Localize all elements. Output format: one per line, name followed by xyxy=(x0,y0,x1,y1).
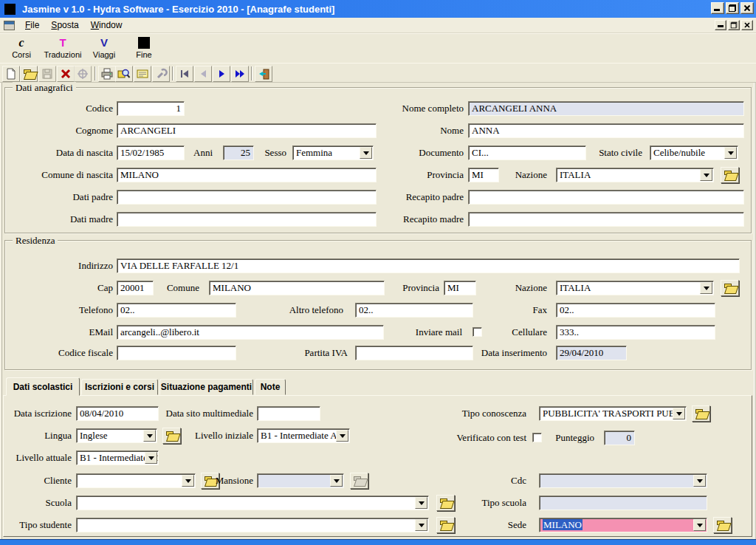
altro-telefono-label: Altro telefono xyxy=(233,304,343,316)
fine-button[interactable]: Fine xyxy=(124,35,164,62)
livello-attuale-select[interactable]: B1 - Intermediate A1 xyxy=(76,450,159,465)
data-sito-field[interactable] xyxy=(257,406,320,421)
fax-field[interactable]: 02.. xyxy=(556,303,715,318)
next-record-icon xyxy=(215,68,228,80)
chevron-down-icon[interactable] xyxy=(700,169,712,181)
open-button[interactable] xyxy=(20,66,38,82)
find-button[interactable] xyxy=(115,66,133,82)
last-record-icon xyxy=(233,68,247,80)
chevron-down-icon[interactable] xyxy=(336,430,348,442)
nome-field[interactable]: ANNA xyxy=(468,123,744,138)
codice-label: Codice xyxy=(2,103,113,114)
close-icon xyxy=(743,4,751,12)
dati-madre-field[interactable] xyxy=(117,212,377,227)
scuola-select[interactable] xyxy=(76,496,429,510)
verificato-label: Verificato con test xyxy=(416,432,526,444)
chevron-down-icon[interactable] xyxy=(145,452,157,464)
open-folder-icon xyxy=(716,521,729,529)
viaggi-button[interactable]: V Viaggi xyxy=(86,35,123,62)
previous-record-button[interactable] xyxy=(194,66,212,82)
mdi-minimize-button[interactable] xyxy=(715,20,726,30)
sede-select[interactable]: MILANO xyxy=(539,518,707,532)
chevron-down-icon[interactable] xyxy=(693,519,706,531)
codice-field[interactable]: 1 xyxy=(117,101,185,116)
livello-iniziale-select[interactable]: B1 - Intermediate A1 xyxy=(257,428,350,443)
telefono-field[interactable]: 02.. xyxy=(117,303,236,318)
indirizzo-label: Indirizzo xyxy=(2,260,113,272)
mdi-restore-button[interactable] xyxy=(728,20,740,30)
toolbar-separator xyxy=(94,66,96,80)
chevron-down-icon xyxy=(330,475,343,487)
last-record-button[interactable] xyxy=(231,66,249,82)
save-button[interactable] xyxy=(38,66,56,82)
nazione-nascita-lookup-button[interactable] xyxy=(721,167,739,183)
application-window: Jasmine v 1.0 - Hydra Software - Eserciz… xyxy=(0,0,756,545)
data-iscrizione-label: Data iscrizione xyxy=(4,408,72,419)
traduzioni-button[interactable]: T Traduzioni xyxy=(40,35,86,62)
menu-window[interactable]: Window xyxy=(85,18,128,32)
first-record-button[interactable] xyxy=(176,66,193,82)
recapito-padre-label: Recapito padre xyxy=(353,191,464,203)
note-button[interactable] xyxy=(134,66,151,82)
data-inserimento-label: Data inserimento xyxy=(436,347,547,359)
save-floppy-icon xyxy=(41,68,54,80)
restore-button[interactable] xyxy=(726,2,739,14)
tab-note[interactable]: Note xyxy=(255,379,286,395)
menu-bar: File Sposta Window xyxy=(0,18,756,33)
dati-padre-label: Dati padre xyxy=(2,191,113,203)
email-field[interactable]: arcangeli..@libero.it xyxy=(117,325,384,340)
tab-situazione-pagamenti[interactable]: Situazione pagamenti xyxy=(159,379,253,395)
tipo-conoscenza-select[interactable]: PUBBLICITA' TRASPORTI PUB xyxy=(539,406,687,421)
cognome-label: Cognome xyxy=(2,125,113,137)
corsi-button[interactable]: c Corsi xyxy=(3,35,40,62)
chevron-down-icon[interactable] xyxy=(700,282,712,294)
delete-x-icon xyxy=(59,68,72,80)
nazione-lookup-button[interactable] xyxy=(721,280,739,296)
nazione-select[interactable]: ITALIA xyxy=(556,281,714,295)
wrench-icon xyxy=(154,68,168,80)
traduzioni-icon: T xyxy=(40,35,86,49)
delete-button[interactable] xyxy=(57,66,75,82)
sede-lookup-button[interactable] xyxy=(713,517,732,533)
cognome-field[interactable]: ARCANGELI xyxy=(117,123,377,138)
minimize-button[interactable] xyxy=(711,2,724,14)
nome-completo-label: Nome completo xyxy=(353,103,464,114)
recapito-madre-field[interactable] xyxy=(468,212,744,227)
scuola-label: Scuola xyxy=(4,497,72,509)
app-icon[interactable] xyxy=(4,4,16,15)
tipo-studente-select[interactable] xyxy=(76,518,429,532)
chevron-down-icon[interactable] xyxy=(673,408,685,419)
punteggio-field: 0 xyxy=(604,431,635,445)
mdi-minimize-icon xyxy=(718,25,724,27)
tools-button[interactable] xyxy=(152,66,170,82)
exit-button[interactable] xyxy=(255,66,272,82)
restore-icon xyxy=(729,4,736,12)
tipo-studente-label: Tipo studente xyxy=(4,519,72,531)
cellulare-field[interactable]: 333.. xyxy=(556,325,715,340)
chevron-down-icon xyxy=(693,475,706,487)
tab-iscrizioni-e-corsi[interactable]: Iscrizioni e corsi xyxy=(81,379,158,395)
data-sito-label: Data sito multimediale xyxy=(142,408,253,419)
dati-padre-field[interactable] xyxy=(117,190,377,205)
tab-dati-scolastici[interactable]: Dati scolastici xyxy=(6,377,80,396)
nazione-nascita-select[interactable]: ITALIA xyxy=(556,168,714,182)
comune-label: Comune xyxy=(89,282,199,294)
chevron-down-icon[interactable] xyxy=(724,147,737,159)
mdi-child-icon[interactable] xyxy=(4,21,15,30)
menu-sposta[interactable]: Sposta xyxy=(45,18,84,32)
print-button[interactable] xyxy=(98,66,116,82)
comune-nascita-field[interactable]: MILANO xyxy=(117,168,377,182)
next-record-button[interactable] xyxy=(213,66,230,82)
new-record-button[interactable] xyxy=(2,66,20,82)
mansione-label: Mansione xyxy=(142,475,253,487)
stato-civile-select[interactable]: Celibe/nubile xyxy=(650,145,738,160)
indirizzo-field[interactable]: VIA DELLE FARFALLE 12/1 xyxy=(117,258,740,273)
tipo-conoscenza-lookup-button[interactable] xyxy=(692,405,710,422)
viaggi-icon: V xyxy=(86,35,123,49)
codice-fiscale-field[interactable] xyxy=(117,346,236,360)
mdi-close-button[interactable] xyxy=(741,20,753,30)
move-button[interactable] xyxy=(74,66,92,82)
close-button[interactable] xyxy=(740,2,754,14)
recapito-padre-field[interactable] xyxy=(468,190,744,205)
menu-file[interactable]: File xyxy=(19,18,45,32)
